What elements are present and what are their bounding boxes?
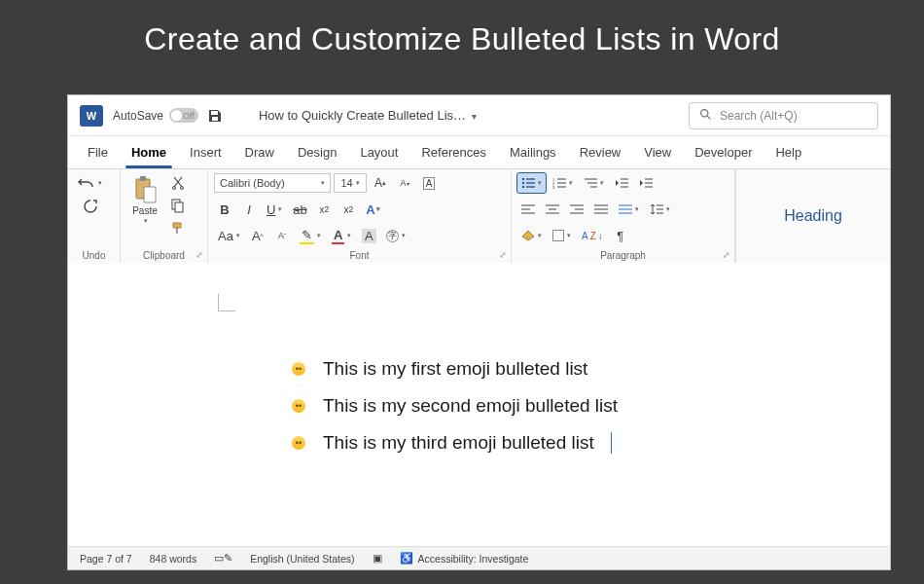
sort-button[interactable]: AZ↓ [578,226,607,245]
tab-home[interactable]: Home [120,136,178,168]
text-effects-button[interactable]: A▾ [362,200,383,219]
autosave-label: AutoSave [113,109,163,123]
group-font: Calibri (Body)▾ 14▾ A▴ A▾ A B I U▾ ab x2… [208,169,512,263]
menu-bar: File Home Insert Draw Design Layout Refe… [68,136,890,169]
document-title[interactable]: How to Quickly Create Bulleted Lis… ▾ [259,108,477,123]
status-page[interactable]: Page 7 of 7 [80,553,132,565]
increase-indent-button[interactable] [635,173,657,193]
subscript-button[interactable]: x2 [313,200,335,219]
bulleted-list-button[interactable]: ▾ [517,173,546,193]
borders-button[interactable]: ▾ [549,226,575,245]
search-input[interactable]: Search (Alt+Q) [689,102,878,129]
dialog-launcher-icon[interactable]: ⤢ [723,250,730,260]
align-left-button[interactable] [517,200,539,219]
title-dropdown-icon[interactable]: ▾ [472,111,477,122]
strikethrough-button[interactable]: ab [289,200,310,219]
format-painter-button[interactable] [167,218,189,237]
highlight-button[interactable]: ✎▾ [296,226,325,245]
list-item[interactable]: •• This is my first emoji bulleted list [292,350,812,387]
tab-insert[interactable]: Insert [178,136,233,168]
enclose-characters-button[interactable]: 字▾ [382,226,409,245]
macro-icon: ▣ [373,552,382,565]
font-name-select[interactable]: Calibri (Body)▾ [214,173,331,193]
multilevel-list-button[interactable]: ▾ [580,173,608,193]
word-window: W AutoSave Off How to Quickly Create Bul… [68,95,890,569]
underline-button[interactable]: U▾ [263,200,286,219]
font-color-button[interactable]: A▾ [328,226,355,245]
group-label-clipboard: Clipboard⤢ [126,248,201,261]
group-label-undo: Undo [74,248,114,261]
change-case-button[interactable]: Aa▾ [214,226,244,245]
list-item[interactable]: •• This is my third emoji bulleted list [292,424,812,461]
font-size-select[interactable]: 14▾ [334,173,367,193]
superscript-button[interactable]: x2 [338,200,359,219]
document-canvas[interactable]: •• This is my first emoji bulleted list … [68,263,890,546]
svg-line-1 [707,116,710,119]
align-center-button[interactable] [542,200,563,219]
shading-button[interactable]: ▾ [517,226,546,245]
title-bar: W AutoSave Off How to Quickly Create Bul… [68,95,890,136]
svg-point-13 [522,186,524,188]
toggle-switch-icon[interactable] [169,108,198,123]
svg-rect-3 [140,176,146,181]
tab-mailings[interactable]: Mailings [498,136,568,168]
tab-file[interactable]: File [76,136,120,168]
status-spellcheck[interactable]: ▭✎ [214,552,232,565]
spellcheck-icon: ▭✎ [214,552,232,565]
shrink-font-alt-button[interactable]: Aˇ [271,226,293,245]
shrink-font-button[interactable]: A▾ [394,173,415,193]
list-item[interactable]: •• This is my second emoji bulleted list [292,387,812,424]
tab-references[interactable]: References [409,136,497,168]
grow-font-button[interactable]: A▴ [370,173,391,193]
group-clipboard: Paste ▾ Clipboard⤢ [121,169,208,263]
numbered-list-button[interactable]: 123▾ [549,173,577,193]
show-paragraph-marks-button[interactable]: ¶ [610,226,631,245]
chevron-down-icon: ▾ [144,217,148,225]
tab-design[interactable]: Design [286,136,348,168]
status-macro[interactable]: ▣ [373,552,382,565]
redo-button[interactable] [80,196,101,215]
bold-button[interactable]: B [214,200,235,219]
tab-help[interactable]: Help [764,136,813,168]
cut-button[interactable] [167,173,189,193]
group-label-paragraph: Paragraph⤢ [517,248,729,261]
tab-developer[interactable]: Developer [683,136,764,168]
group-undo: ▾ Undo [68,169,121,263]
tab-draw[interactable]: Draw [233,136,286,168]
tab-layout[interactable]: Layout [348,136,409,168]
svg-text:3: 3 [552,185,555,190]
accessibility-icon: ♿ [400,552,413,565]
text-cursor [611,432,612,454]
list-item-text: This is my third emoji bulleted list [323,424,594,461]
paste-button[interactable]: Paste ▾ [126,173,163,225]
italic-button[interactable]: I [238,200,260,219]
justify-button[interactable] [590,200,612,219]
tab-review[interactable]: Review [568,136,633,168]
dialog-launcher-icon[interactable]: ⤢ [195,250,203,260]
undo-button[interactable]: ▾ [74,173,106,193]
grow-font-alt-button[interactable]: A^ [247,226,268,245]
status-word-count[interactable]: 848 words [150,553,196,565]
svg-point-0 [701,109,708,116]
ribbon: ▾ Undo Paste ▾ [68,169,890,263]
status-accessibility[interactable]: ♿Accessibility: Investigate [400,552,529,565]
search-placeholder: Search (Alt+Q) [720,109,798,123]
autosave-toggle[interactable]: AutoSave Off [113,108,195,123]
line-spacing-button[interactable]: ▾ [646,200,674,219]
decrease-indent-button[interactable] [611,173,632,193]
character-shading-button[interactable]: A [358,226,379,245]
status-language[interactable]: English (United States) [250,553,354,565]
align-right-button[interactable] [566,200,587,219]
distributed-button[interactable]: ▾ [615,200,643,219]
dialog-launcher-icon[interactable]: ⤢ [499,250,507,260]
clear-formatting-button[interactable]: A [418,173,440,193]
tab-view[interactable]: View [632,136,683,168]
copy-button[interactable] [167,196,189,215]
svg-point-11 [522,182,524,184]
save-button[interactable] [204,106,226,126]
document-body[interactable]: •• This is my first emoji bulleted list … [292,350,812,461]
svg-point-5 [173,187,176,190]
styles-gallery[interactable]: Heading [735,169,890,263]
emoji-bullet-icon: •• [292,362,305,376]
group-label-font: Font⤢ [214,248,505,261]
